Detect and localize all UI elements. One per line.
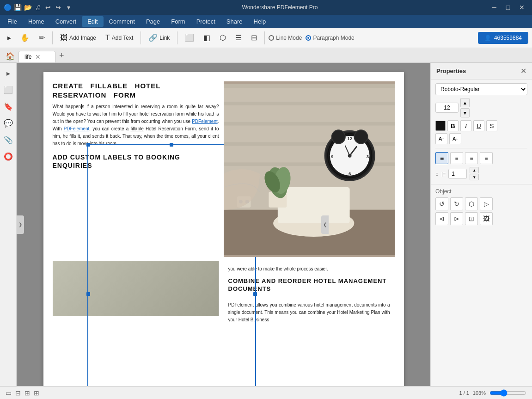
close-button[interactable]: ✕ <box>515 1 528 14</box>
add-text-button[interactable]: T Add Text <box>102 32 137 44</box>
save-icon[interactable]: 💾 <box>14 4 21 11</box>
page-layout-icon-1[interactable]: ▭ <box>6 389 12 397</box>
underline-button[interactable]: U <box>473 120 484 131</box>
font-family-select[interactable]: Roboto-Regular <box>435 83 527 95</box>
crop-icon: ⬜ <box>185 33 194 42</box>
spacing-down-button[interactable]: ▼ <box>470 174 479 180</box>
menu-help[interactable]: Help <box>248 16 272 27</box>
strikethrough-button[interactable]: S <box>486 120 497 131</box>
font-size-up-button[interactable]: ▲ <box>460 98 470 107</box>
toolbar: ▸ ✋ ✏ 🖼 Add Image T Add Text 🔗 Link ⬜ ◧ … <box>0 28 532 48</box>
properties-close-button[interactable]: ✕ <box>520 67 526 75</box>
document-page: CREATE FILLABLE HOTELRESERVATION FORM Wh… <box>43 72 404 386</box>
menu-home[interactable]: Home <box>23 16 50 27</box>
maximize-button[interactable]: □ <box>501 1 514 14</box>
menu-protect[interactable]: Protect <box>191 16 221 27</box>
menu-share[interactable]: Share <box>221 16 248 27</box>
redact-tool-button[interactable]: ◧ <box>200 31 214 44</box>
select-tool-button[interactable]: ▸ <box>4 31 15 44</box>
rotate-left-button[interactable]: ↺ <box>435 197 448 210</box>
sidebar-select-tool[interactable]: ▸ <box>2 67 15 80</box>
sidebar-search-tool[interactable]: ⭕ <box>2 150 15 163</box>
hand-tool-button[interactable]: ✋ <box>17 31 33 44</box>
flip-h-button[interactable]: ▷ <box>480 197 493 210</box>
menu-file[interactable]: File <box>2 16 23 27</box>
left-sidebar-toggle[interactable]: ❯ <box>17 215 24 234</box>
right-sidebar-toggle[interactable]: ❮ <box>321 215 329 234</box>
add-image-button[interactable]: 🖼 Add Image <box>56 32 100 44</box>
align-left-button[interactable]: ≡ <box>435 152 448 164</box>
edit-pencil-icon: ✏ <box>39 33 45 42</box>
sidebar-comment-tool[interactable]: 💬 <box>2 117 15 129</box>
redo-icon[interactable]: ↪ <box>55 4 62 11</box>
split-tool-button[interactable]: ⊟ <box>247 31 261 44</box>
line-mode-option[interactable]: Line Mode <box>269 35 302 41</box>
menu-edit[interactable]: Edit <box>82 16 103 27</box>
subscript-button[interactable]: A↓ <box>449 133 461 144</box>
menu-form[interactable]: Form <box>165 16 190 27</box>
paragraph-mode-radio[interactable] <box>306 35 311 41</box>
page-layout-icon-2[interactable]: ⊟ <box>15 389 21 397</box>
align-right-obj-button[interactable]: ⊳ <box>450 212 463 225</box>
rotate-right-button[interactable]: ↻ <box>450 197 463 210</box>
object-section: Object ↺ ↻ ⬡ ▷ ⊲ ⊳ ⊡ 🖼 <box>431 184 532 231</box>
flip-v-button[interactable]: ⬡ <box>465 197 478 210</box>
align-right-button[interactable]: ≡ <box>465 152 478 164</box>
shape-tool-button[interactable]: ⬡ <box>216 31 230 44</box>
image-icon: 🖼 <box>60 34 67 42</box>
edit-tool-button[interactable]: ✏ <box>35 31 49 44</box>
sidebar-bookmark-tool[interactable]: 🔖 <box>2 100 15 113</box>
minimize-button[interactable]: ─ <box>488 1 501 14</box>
font-section: Roboto-Regular ▲ ▼ B I U S A↑ <box>431 80 532 184</box>
tab-life[interactable]: life ✕ <box>18 51 55 62</box>
italic-button[interactable]: I <box>460 120 471 131</box>
align-center-button[interactable]: ≡ <box>450 152 463 164</box>
bold-button[interactable]: B <box>447 120 459 131</box>
split-icon: ⊟ <box>251 33 257 42</box>
svg-text:6: 6 <box>348 171 351 176</box>
line-mode-label: Line Mode <box>276 35 302 41</box>
tab-close-button[interactable]: ✕ <box>35 53 41 61</box>
crop-tool-button[interactable]: ⬜ <box>181 31 198 44</box>
new-tab-button[interactable]: + <box>55 49 68 62</box>
link-button[interactable]: 🔗 Link <box>145 31 173 44</box>
sidebar-attachment-tool[interactable]: 📎 <box>2 133 15 146</box>
spacing-up-button[interactable]: ▲ <box>470 167 479 173</box>
line-spacing-input[interactable] <box>448 169 467 179</box>
font-size-down-button[interactable]: ▼ <box>460 108 470 117</box>
right-text-easier: you were able to make the whole process … <box>224 261 395 277</box>
user-account-button[interactable]: 👤 463559884 <box>478 32 528 44</box>
home-button[interactable]: 🏠 <box>2 50 18 62</box>
crop-obj-button[interactable]: ⊡ <box>465 212 478 225</box>
zoom-level: 103% <box>473 390 486 396</box>
superscript-button[interactable]: A↑ <box>435 133 447 144</box>
page-content: CREATE FILLABLE HOTELRESERVATION FORM Wh… <box>43 72 404 338</box>
sidebar-thumbnail-tool[interactable]: ⬜ <box>2 83 15 96</box>
paragraph-mode-label: Paragraph Mode <box>313 35 354 41</box>
font-size-input[interactable] <box>435 103 459 113</box>
page-layout-icon-3[interactable]: ⊞ <box>24 389 30 397</box>
line-mode-radio[interactable] <box>269 35 274 41</box>
menu-page[interactable]: Page <box>141 16 165 27</box>
text-color-button[interactable] <box>435 121 446 131</box>
tabbar: 🏠 life ✕ + <box>0 48 532 63</box>
app-title: Wondershare PDFelement Pro <box>72 4 488 11</box>
page-layout-icon-4[interactable]: ⊞ <box>34 389 39 397</box>
user-label: 463559884 <box>494 35 522 41</box>
menu-comment[interactable]: Comment <box>104 16 141 27</box>
menu-convert[interactable]: Convert <box>50 16 82 27</box>
right-column-image: 12 3 6 9 <box>224 81 395 257</box>
undo-icon[interactable]: ↩ <box>44 4 52 11</box>
document-scroll[interactable]: CREATE FILLABLE HOTELRESERVATION FORM Wh… <box>17 63 430 386</box>
replace-image-button[interactable]: 🖼 <box>480 212 493 225</box>
paragraph-mode-option[interactable]: Paragraph Mode <box>306 35 354 41</box>
print-icon[interactable]: 🖨 <box>34 4 42 11</box>
open-icon[interactable]: 📂 <box>24 4 31 11</box>
body-text-1: What happens if a person interested in r… <box>53 103 219 147</box>
align-justify-button[interactable]: ≡ <box>480 152 493 164</box>
content-tool-button[interactable]: ☰ <box>232 31 245 44</box>
left-column: CREATE FILLABLE HOTELRESERVATION FORM Wh… <box>53 81 224 257</box>
zoom-slider[interactable] <box>489 389 526 397</box>
align-left-obj-button[interactable]: ⊲ <box>435 212 448 225</box>
dropdown-icon[interactable]: ▾ <box>65 4 72 11</box>
